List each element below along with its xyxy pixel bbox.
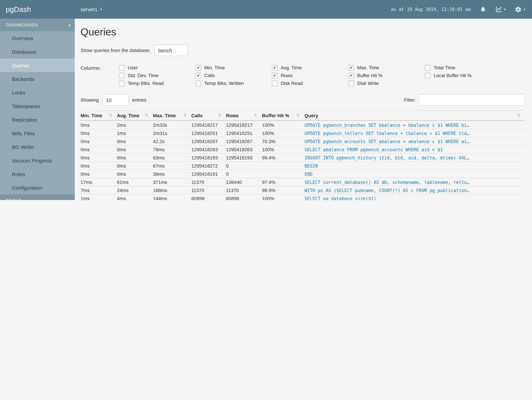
column-header-avg-time[interactable]: ⇅Avg. Time: [117, 111, 153, 121]
sidebar-item-roles[interactable]: Roles: [0, 167, 75, 181]
cell: 60898: [226, 194, 262, 200]
column-header-label: Max. Time: [153, 113, 176, 118]
query-link[interactable]: UPDATE pgbench_tellers SET tbalance = tb…: [304, 129, 525, 137]
query-link[interactable]: BEGIN: [304, 162, 525, 170]
cell: 136440: [226, 178, 262, 186]
sidebar-item-replication[interactable]: Replication: [0, 113, 75, 127]
checkbox-checked-icon[interactable]: ✔: [195, 65, 201, 70]
column-toggle-total-time[interactable]: Total Time: [425, 65, 472, 70]
caret-down-icon: ▾: [100, 8, 102, 11]
query-link[interactable]: INSERT INTO pgbench_history (tid, bid, a…: [304, 153, 525, 162]
column-toggle-avg-time[interactable]: ✔Avg. Time: [272, 65, 348, 70]
sort-icon[interactable]: ⇅: [145, 113, 148, 118]
column-toggle-user[interactable]: User: [119, 65, 195, 70]
cell: 11370: [191, 178, 226, 186]
sidebar-item-overview[interactable]: Overview: [0, 31, 75, 45]
server-name: server1: [81, 6, 98, 12]
column-toggle-label: Temp Blks. Written: [204, 81, 244, 86]
column-toggle-min-time[interactable]: ✔Min. Time: [195, 65, 272, 70]
checkbox-unchecked-icon[interactable]: [348, 80, 354, 86]
column-toggle-label: Local Buffer Hit %: [434, 73, 472, 78]
sort-icon[interactable]: ⇅: [109, 113, 112, 118]
brand-logo[interactable]: pgDash: [0, 5, 75, 13]
checkbox-checked-icon[interactable]: ✔: [272, 65, 278, 70]
checkbox-checked-icon[interactable]: ✔: [195, 73, 201, 78]
checkbox-unchecked-icon[interactable]: [119, 73, 125, 78]
entries-count-input[interactable]: [102, 94, 129, 106]
checkbox-checked-icon[interactable]: ✔: [348, 65, 354, 70]
column-header-query[interactable]: ⇅Query: [304, 111, 525, 121]
query-link[interactable]: SELECT pg_database_size($1): [304, 194, 525, 200]
query-link[interactable]: SELECT abalance FROM pgbench_accounts WH…: [304, 145, 525, 153]
column-toggle-calls[interactable]: ✔Calls: [195, 73, 272, 78]
column-toggle-local-buffer-hit[interactable]: Local Buffer Hit %: [425, 73, 472, 78]
charts-menu-button[interactable]: ▾: [495, 6, 506, 12]
column-toggle-disk-write[interactable]: Disk Write: [348, 81, 425, 86]
settings-menu-button[interactable]: ▾: [515, 6, 525, 13]
sidebar-item-databases[interactable]: Databases: [0, 45, 75, 58]
cell: 188ms: [153, 186, 191, 194]
column-toggle-label: Calls: [204, 73, 215, 78]
checkbox-unchecked-icon[interactable]: [119, 65, 125, 70]
table-row: 0ms2ms2m33s12954182171295418217100%UPDAT…: [81, 121, 525, 129]
query-link[interactable]: WITH pc AS (SELECT pubname, COUNT(*) AS …: [304, 186, 525, 194]
column-header-label: Query: [304, 113, 318, 118]
column-toggle-disk-read[interactable]: Disk Read: [272, 81, 348, 86]
cell: 70.3%: [262, 137, 304, 145]
column-header-min-time[interactable]: ⇅Min. Time: [81, 111, 117, 121]
column-toggle-label: Min. Time: [204, 65, 225, 70]
column-header-rows[interactable]: ⇅Rows: [226, 111, 262, 121]
sidebar-item-queries[interactable]: Queries: [0, 58, 75, 72]
column-toggle-rows[interactable]: ✔Rows: [272, 73, 348, 78]
query-link[interactable]: SELECT current_database() AS db, scheman…: [304, 178, 525, 186]
cell: 0: [226, 162, 262, 170]
column-header-buffer-hit[interactable]: ⇅Buffer Hit %: [262, 111, 304, 121]
sidebar-item-tablespaces[interactable]: Tablespaces: [0, 99, 75, 113]
cell: 0ms: [81, 170, 117, 178]
query-link[interactable]: UPDATE pgbench_branches SET bbalance = b…: [304, 121, 525, 129]
sort-icon[interactable]: ⇅: [218, 113, 221, 118]
sidebar-item-wal-files[interactable]: WAL Files: [0, 127, 75, 140]
cell: 1295418263: [226, 145, 262, 153]
main-content: Queries Show queries from the database: …: [75, 19, 532, 200]
checkbox-unchecked-icon[interactable]: [272, 80, 278, 86]
db-label: Show queries from the database:: [81, 48, 150, 53]
column-toggle-std-dev-time[interactable]: Std. Dev. Time: [119, 73, 195, 78]
sidebar-item-locks[interactable]: Locks: [0, 86, 75, 99]
column-header-calls[interactable]: ⇅Calls: [191, 111, 226, 121]
sort-icon[interactable]: ⇅: [183, 113, 187, 118]
cell: 0ms: [117, 145, 153, 153]
column-toggle-temp-blks-written[interactable]: Temp Blks. Written: [195, 81, 272, 86]
checkbox-unchecked-icon[interactable]: [195, 80, 201, 86]
sidebar-item-backends[interactable]: Backends: [0, 72, 75, 86]
checkbox-checked-icon[interactable]: ✔: [348, 73, 354, 78]
cell: 0ms: [81, 145, 117, 153]
server-selector[interactable]: server1 ▾: [81, 6, 102, 12]
column-toggle-max-time[interactable]: ✔Max. Time: [348, 65, 425, 70]
cell: 0ms: [81, 121, 117, 129]
filter-input[interactable]: [419, 94, 525, 106]
showing-row: Showing entries Filter:: [81, 94, 525, 106]
sort-icon[interactable]: ⇅: [517, 113, 520, 118]
checkbox-unchecked-icon[interactable]: [119, 80, 125, 86]
column-header-max-time[interactable]: ⇅Max. Time: [153, 111, 191, 121]
sidebar-item-configuration[interactable]: Configuration: [0, 181, 75, 194]
sort-icon[interactable]: ⇅: [296, 113, 300, 118]
notifications-bell-button[interactable]: [480, 6, 486, 13]
column-toggle-temp-blks-read[interactable]: Temp Blks. Read: [119, 81, 195, 86]
sidebar-item-bg-writer[interactable]: BG Writer: [0, 140, 75, 154]
sidebar-section-dashboards[interactable]: DASHBOARDS›: [0, 19, 75, 31]
query-link[interactable]: END: [304, 170, 525, 178]
checkbox-unchecked-icon[interactable]: [425, 65, 431, 70]
cell: 1295418193: [191, 153, 226, 162]
checkbox-unchecked-icon[interactable]: [425, 73, 431, 78]
sidebar-section-tools[interactable]: TOOLS›: [0, 194, 75, 200]
sort-icon[interactable]: ⇅: [254, 113, 257, 118]
query-link[interactable]: UPDATE pgbench_accounts SET abalance = a…: [304, 137, 525, 145]
sidebar-item-vacuum-progress[interactable]: Vacuum Progress: [0, 154, 75, 167]
cell: 24ms: [117, 186, 153, 194]
cell: 0ms: [117, 153, 153, 162]
database-input[interactable]: [154, 44, 188, 56]
column-toggle-buffer-hit[interactable]: ✔Buffer Hit %: [348, 73, 425, 78]
checkbox-checked-icon[interactable]: ✔: [272, 73, 278, 78]
